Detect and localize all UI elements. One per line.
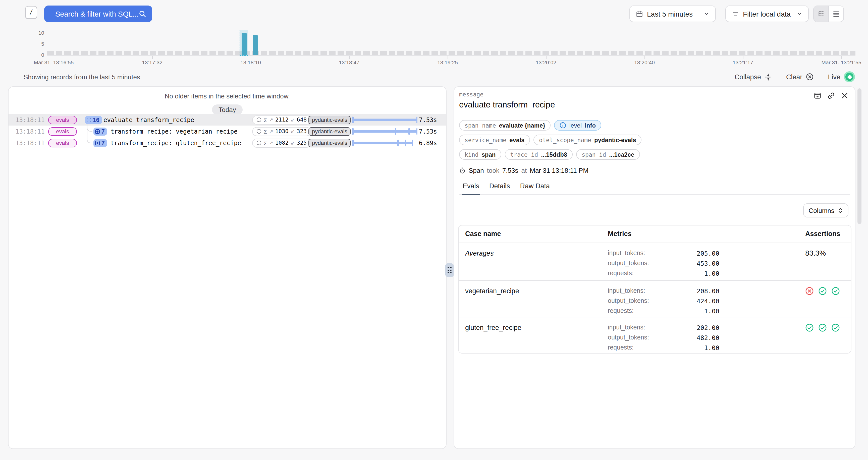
timing-timestamp: Mar 31 13:18:11 PM xyxy=(530,167,588,174)
columns-button[interactable]: Columns xyxy=(803,203,848,218)
status-bar: Showing records from the last 5 minutes … xyxy=(24,72,855,82)
time-range-button[interactable]: Last 5 minutes xyxy=(629,5,716,22)
histogram-bar[interactable] xyxy=(253,35,258,55)
tab-details[interactable]: Details xyxy=(488,182,511,195)
metric-label: requests: xyxy=(608,344,634,351)
output-tokens-arrow-icon: ↙ xyxy=(290,129,295,134)
x-axis-tick-mark xyxy=(447,56,448,59)
timeline-tick xyxy=(395,128,396,135)
sum-icon: Σ xyxy=(264,128,267,134)
attribute-pill-service-name[interactable]: service_name evals xyxy=(459,135,530,145)
metric-value: 482.00 xyxy=(697,334,719,341)
service-badge[interactable]: evals xyxy=(48,127,77,136)
attribute-pill-span-name[interactable]: span_name evaluate {name} xyxy=(459,120,551,131)
input-tokens-arrow-icon: ↗ xyxy=(269,140,273,145)
attribute-value: ...1ca2ce xyxy=(609,151,634,158)
expand-children-badge[interactable]: 7 xyxy=(93,127,107,135)
filter-label: Filter local data xyxy=(743,10,790,18)
tree-view-icon xyxy=(818,10,824,17)
selected-bucket-outline[interactable] xyxy=(240,30,248,56)
copy-link-icon[interactable] xyxy=(827,92,835,99)
timeline-tick xyxy=(405,140,406,146)
x-axis-label: 13:19:25 xyxy=(437,59,458,65)
attribute-pill-otel-scope[interactable]: otel_scope_name pydantic-evals xyxy=(533,135,642,145)
child-count: 7 xyxy=(101,140,105,146)
attribute-pill-level[interactable]: level Info xyxy=(554,120,601,131)
assertions-percentage: 83.3% xyxy=(805,249,826,257)
trace-row-vegetarian-recipe[interactable]: 13:18:11 evals 7 transform_recipe: veget… xyxy=(8,126,446,137)
input-tokens-arrow-icon: ↗ xyxy=(269,129,273,134)
grip-dots-icon xyxy=(447,267,452,274)
live-indicator-icon xyxy=(844,71,855,83)
empty-buckets-dashes xyxy=(47,51,856,55)
expand-children-badge[interactable]: 7 xyxy=(93,139,107,147)
x-axis-tick-mark xyxy=(152,56,153,59)
input-tokens: 1030 xyxy=(275,128,288,135)
span-timeline-bar xyxy=(352,119,417,121)
metric-value: 208.00 xyxy=(697,287,719,295)
span-title: evaluate transform_recipe xyxy=(459,100,555,109)
table-row-gluten-free-recipe: gluten_free_recipe input_tokens:202.00 o… xyxy=(459,317,851,353)
sum-icon: Σ xyxy=(264,140,267,146)
trace-row-gluten-free-recipe[interactable]: 13:18:11 evals 7 transform_recipe: glute… xyxy=(8,137,446,149)
close-panel-icon[interactable] xyxy=(841,92,848,99)
metric-value: 205.00 xyxy=(697,249,719,257)
span-name: evaluate transform_recipe xyxy=(103,116,194,123)
x-axis-tick-mark xyxy=(251,56,251,59)
metric-value: 453.00 xyxy=(697,259,719,267)
span-timeline-bar xyxy=(352,142,413,144)
collapse-children-badge[interactable]: 16 xyxy=(85,116,102,124)
tree-view-button[interactable] xyxy=(814,6,828,22)
timing-took-word: took xyxy=(487,167,499,174)
assertion-pass-icon xyxy=(831,323,840,332)
service-badge[interactable]: evals xyxy=(48,139,77,147)
sum-icon: Σ xyxy=(264,117,267,123)
tab-raw-data[interactable]: Raw Data xyxy=(519,182,551,195)
metrics-cell: input_tokens:205.00 output_tokens:453.00… xyxy=(608,248,719,278)
x-axis-label: 13:21:17 xyxy=(733,59,753,65)
x-axis-tick-mark xyxy=(841,56,842,59)
x-axis-label: 13:18:47 xyxy=(339,59,360,65)
x-axis-label: 13:18:10 xyxy=(240,59,261,65)
attribute-value: ...15ddb8 xyxy=(541,151,567,158)
live-toggle[interactable]: Live xyxy=(828,71,855,83)
list-view-button[interactable] xyxy=(828,6,843,22)
output-tokens: 323 xyxy=(297,128,307,135)
search-button[interactable]: Search & filter with SQL... xyxy=(44,5,152,22)
stopwatch-icon xyxy=(459,167,466,174)
x-axis-label: 13:20:02 xyxy=(536,59,556,65)
trace-row-evaluate-transform-recipe[interactable]: 13:18:11 evals 16 evaluate transform_rec… xyxy=(8,114,446,126)
output-tokens-arrow-icon: ↙ xyxy=(290,140,295,145)
service-badge[interactable]: evals xyxy=(48,116,77,124)
attribute-pill-trace-id[interactable]: trace_id ...15ddb8 xyxy=(504,149,572,160)
attribute-value: span xyxy=(482,151,496,158)
span-name: transform_recipe: gluten_free_recipe xyxy=(111,139,241,146)
attribute-pill-kind[interactable]: kind span xyxy=(459,149,501,160)
dock-panel-icon[interactable] xyxy=(814,92,821,99)
x-axis-tick-mark xyxy=(54,56,54,59)
scope-badge[interactable]: pydantic-evals xyxy=(308,116,351,124)
panel-resize-handle[interactable] xyxy=(445,263,454,277)
filter-icon xyxy=(732,10,739,17)
timeline-tick xyxy=(408,128,410,135)
trace-list-panel: No older items in the selected time wind… xyxy=(8,86,446,449)
scope-badge[interactable]: pydantic-evals xyxy=(308,139,351,147)
collapse-button[interactable]: Collapse xyxy=(735,73,772,80)
x-axis-label: Mar 31. 13:21:55 xyxy=(822,59,862,65)
token-usage-badge: Σ ↗ 2112 ↙ 648 xyxy=(252,115,311,124)
output-tokens-arrow-icon: ↙ xyxy=(290,117,295,123)
scrollbar-thumb[interactable] xyxy=(858,88,862,224)
case-name: gluten_free_recipe xyxy=(465,324,521,331)
attribute-key: level xyxy=(569,122,582,129)
filter-local-data-button[interactable]: Filter local data xyxy=(725,5,809,22)
clear-button[interactable]: Clear xyxy=(786,73,814,81)
chevron-down-icon xyxy=(797,11,802,17)
case-name: vegetarian_recipe xyxy=(465,287,519,295)
metric-value: 424.00 xyxy=(697,297,719,304)
metric-label: output_tokens: xyxy=(608,334,649,341)
x-axis-label: 13:17:32 xyxy=(142,59,162,65)
scope-badge[interactable]: pydantic-evals xyxy=(308,127,351,136)
metric-value: 202.00 xyxy=(697,324,719,331)
tab-evals[interactable]: Evals xyxy=(462,182,480,195)
attribute-pill-span-id[interactable]: span_id ...1ca2ce xyxy=(576,149,640,160)
